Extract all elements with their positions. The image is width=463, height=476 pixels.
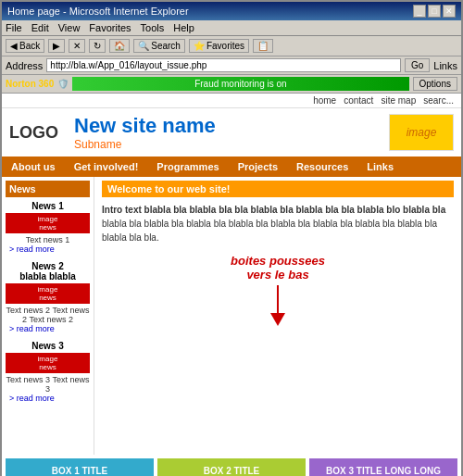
intro-text: Intro text blabla bla blabla bla bla bla… <box>102 203 454 244</box>
box-1: BOX 1 TITLE Photo <box>6 458 154 476</box>
sidebar: News News 1 imagenews Text news 1 read m… <box>2 177 94 455</box>
site-content: home contact site map searc... LOGO New … <box>2 94 461 476</box>
annotation-text: boites poussees vers le bas <box>102 254 454 282</box>
nav-links[interactable]: Links <box>357 157 403 177</box>
window-controls: _ □ ✕ <box>413 5 456 18</box>
sidebar-title: News <box>6 181 90 197</box>
menu-file[interactable]: File <box>6 22 22 33</box>
nav-projects[interactable]: Projects <box>229 157 287 177</box>
menu-tools[interactable]: Tools <box>141 22 165 33</box>
address-bar: Address Go Links <box>2 56 461 75</box>
news-3-title: News 3 <box>6 341 90 351</box>
main-content: Welcome to our web site! Intro text blab… <box>94 177 461 455</box>
menu-bar: File Edit View Favorites Tools Help <box>2 20 461 36</box>
news-3-image: imagenews <box>6 353 90 373</box>
options-button[interactable]: Options <box>413 77 457 91</box>
news-item-1: News 1 imagenews Text news 1 read more <box>6 201 90 254</box>
stop-button[interactable]: ✕ <box>69 39 85 53</box>
welcome-bar: Welcome to our web site! <box>102 181 454 197</box>
main-nav: About us Get involved! Programmes Projec… <box>2 157 461 177</box>
arrow-head <box>270 313 285 326</box>
box-2-title: BOX 2 TITLE <box>159 462 304 476</box>
header-text: New site name Subname <box>74 114 380 151</box>
refresh-button[interactable]: ↻ <box>89 39 106 53</box>
address-input[interactable] <box>46 58 401 72</box>
site-title: New site name <box>74 114 380 138</box>
minimize-button[interactable]: _ <box>413 5 426 18</box>
links-label: Links <box>433 60 457 71</box>
intro-bold-text: Intro text blabla bla blabla bla bla bla… <box>102 205 445 215</box>
nav-resources[interactable]: Resources <box>287 157 357 177</box>
news-1-text: Text news 1 <box>6 235 90 244</box>
boxes-section: BOX 1 TITLE Photo BOX 2 TITLE Photo BOX … <box>2 455 461 476</box>
address-label: Address <box>6 60 43 71</box>
content-area: News News 1 imagenews Text news 1 read m… <box>2 177 461 455</box>
news-2-text: Text news 2 Text news 2 Text news 2 <box>6 306 90 324</box>
news-item-2: News 2blabla blabla imagenews Text news … <box>6 261 90 333</box>
news-1-read-more[interactable]: read more <box>6 244 90 254</box>
menu-favorites[interactable]: Favorites <box>89 22 131 33</box>
news-2-read-more[interactable]: read more <box>6 324 90 333</box>
news-1-title: News 1 <box>6 201 90 211</box>
nav-get-involved[interactable]: Get involved! <box>65 157 148 177</box>
news-3-read-more[interactable]: read more <box>6 394 90 403</box>
title-bar: Home page - Microsoft Internet Explorer … <box>2 2 461 20</box>
nav-programmes[interactable]: Programmes <box>147 157 228 177</box>
fraud-monitor-label: Fraud monitoring is on <box>72 77 408 91</box>
box-1-title: BOX 1 TITLE <box>7 462 152 476</box>
norton-icon: 🛡️ <box>57 79 69 89</box>
home-button[interactable]: 🏠 <box>109 39 130 53</box>
go-button[interactable]: Go <box>405 58 430 72</box>
news-3-text: Text news 3 Text news 3 <box>6 375 90 394</box>
back-button[interactable]: ◀ Back <box>6 39 44 53</box>
annotation-line1: boites poussees <box>102 254 454 268</box>
forward-button[interactable]: ▶ <box>48 39 65 53</box>
window-title: Home page - Microsoft Internet Explorer <box>7 6 189 17</box>
news-item-3: News 3 imagenews Text news 3 Text news 3… <box>6 341 90 403</box>
search-button[interactable]: 🔍 Search <box>133 39 185 53</box>
history-button[interactable]: 📋 <box>253 39 273 53</box>
site-subtitle: Subname <box>74 138 380 151</box>
top-nav: home contact site map searc... <box>2 94 461 108</box>
news-1-image: imagenews <box>6 213 90 233</box>
top-nav-search[interactable]: searc... <box>423 95 454 106</box>
maximize-button[interactable]: □ <box>428 5 441 18</box>
news-2-title: News 2blabla blabla <box>6 261 90 282</box>
site-header: LOGO New site name Subname image <box>2 108 461 157</box>
box-3-title: BOX 3 TITLE LONG LONG <box>311 462 456 476</box>
menu-view[interactable]: View <box>58 22 81 33</box>
news-2-image: imagenews <box>6 283 90 304</box>
favorites-button[interactable]: ⭐ Favorites <box>189 39 249 53</box>
arrow-line <box>277 285 279 313</box>
norton-logo: Norton 360 <box>6 79 54 89</box>
nav-about[interactable]: About us <box>2 157 65 177</box>
top-nav-contact[interactable]: contact <box>344 95 373 106</box>
menu-help[interactable]: Help <box>173 22 194 33</box>
arrow-area <box>102 285 454 326</box>
norton-bar: Norton 360 🛡️ Fraud monitoring is on Opt… <box>2 75 461 94</box>
close-button[interactable]: ✕ <box>443 5 456 18</box>
header-image-box: image <box>389 114 454 151</box>
site-logo: LOGO <box>9 123 65 143</box>
menu-edit[interactable]: Edit <box>31 22 49 33</box>
toolbar: ◀ Back ▶ ✕ ↻ 🏠 🔍 Search ⭐ Favorites 📋 <box>2 36 461 56</box>
box-3: BOX 3 TITLE LONG LONG Photo <box>309 458 457 476</box>
browser-window: Home page - Microsoft Internet Explorer … <box>0 0 463 476</box>
annotation-line2: vers le bas <box>102 268 454 282</box>
top-nav-sitemap[interactable]: site map <box>381 95 416 106</box>
top-nav-home[interactable]: home <box>313 95 336 106</box>
box-2: BOX 2 TITLE Photo <box>157 458 306 476</box>
intro-rest-text: blabla bla blabla bla blabla bla blabla … <box>102 219 437 243</box>
